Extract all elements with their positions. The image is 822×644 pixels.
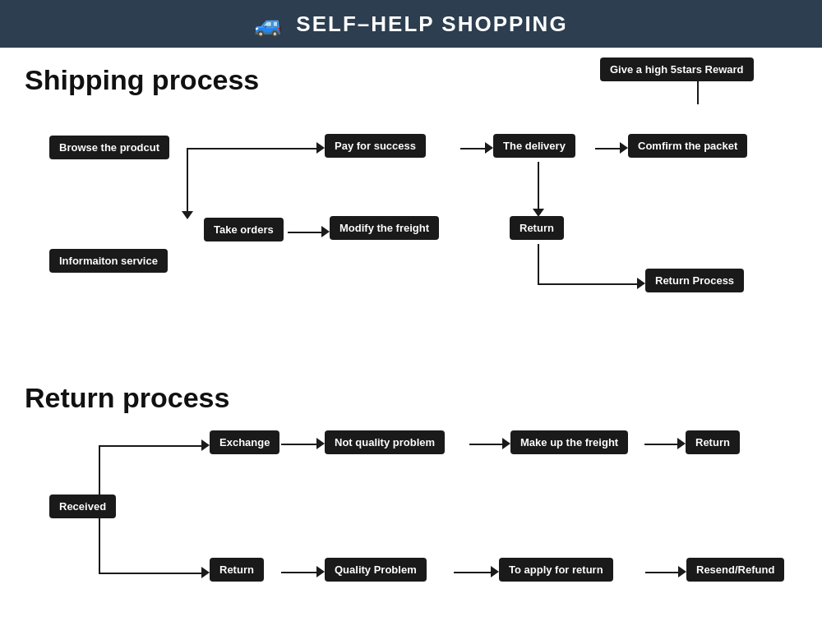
arrow-down-head1 <box>182 211 193 219</box>
arrow-to-confirm-head <box>620 142 628 154</box>
return1-box: Return <box>686 430 740 454</box>
return-diagram: Received Exchange Not quality problem Ma… <box>25 429 797 644</box>
reward-box: Give a high 5stars Reward <box>600 58 754 81</box>
car-icon: 🚙 <box>254 11 283 38</box>
resend-box: Resend/Refund <box>686 558 784 582</box>
makeup-box: Make up the freight <box>510 430 628 454</box>
arrow-to-delivery-head <box>485 142 493 154</box>
arrow-return-h <box>538 283 641 285</box>
arrow-resend-head <box>678 566 686 577</box>
arrow-exchange-notquality <box>281 444 321 445</box>
arrow-confirm-reward-v <box>697 78 699 104</box>
return-node-box: Return <box>510 216 564 240</box>
pay-box: Pay for success <box>325 134 426 158</box>
arrow-quality-apply <box>454 572 495 573</box>
arrow-modify-head <box>321 226 330 237</box>
return2-box: Return <box>210 558 264 582</box>
arrow-makeup-return <box>644 444 681 445</box>
arrow-makeup-head <box>502 438 510 449</box>
arrow-v1 <box>187 148 188 214</box>
header: 🚙 SELF–HELP SHOPPING <box>0 0 822 48</box>
arrow-return-process-head <box>637 278 645 289</box>
not-quality-box: Not quality problem <box>325 430 445 454</box>
main-content: Shipping process Browse the prodcut Take… <box>0 48 822 644</box>
return-v-up <box>99 445 100 496</box>
arrow-return2-quality <box>281 572 321 573</box>
arrow-exchange-head <box>201 439 210 451</box>
exchange-box: Exchange <box>210 430 279 454</box>
arrow-notquality-head <box>316 438 325 449</box>
modify-box: Modify the freight <box>330 216 439 240</box>
arrow-to-pay-head <box>316 142 325 154</box>
quality-box: Quality Problem <box>325 558 427 582</box>
arrow-notquality-makeup <box>469 444 506 445</box>
arrow-take-modify <box>288 232 326 233</box>
return-v-down <box>99 508 100 573</box>
return-process-box: Return Process <box>645 269 744 292</box>
return-h-up <box>99 445 206 447</box>
header-title: SELF–HELP SHOPPING <box>296 12 567 37</box>
delivery-box: The delivery <box>493 134 575 158</box>
arrow-return-v2 <box>538 244 539 285</box>
info-box: Informaiton service <box>49 249 168 273</box>
confirm-box: Comfirm the packet <box>628 134 747 158</box>
arrow-apply-resend <box>645 572 682 573</box>
browse-box: Browse the prodcut <box>49 136 169 159</box>
return-h-down <box>99 573 206 574</box>
arrow-delivery-return-v <box>538 162 539 211</box>
return-title: Return process <box>25 382 797 414</box>
arrow-browse-pay-line <box>187 148 321 150</box>
shipping-diagram: Browse the prodcut Take orders Pay for s… <box>25 111 797 374</box>
received-box: Received <box>49 494 116 518</box>
arrow-return2-head <box>201 567 210 578</box>
take-orders-box: Take orders <box>204 218 284 242</box>
arrow-return1-head <box>677 438 686 449</box>
arrow-quality-head <box>316 566 325 577</box>
apply-box: To apply for return <box>499 558 613 582</box>
arrow-apply-head <box>491 566 499 577</box>
